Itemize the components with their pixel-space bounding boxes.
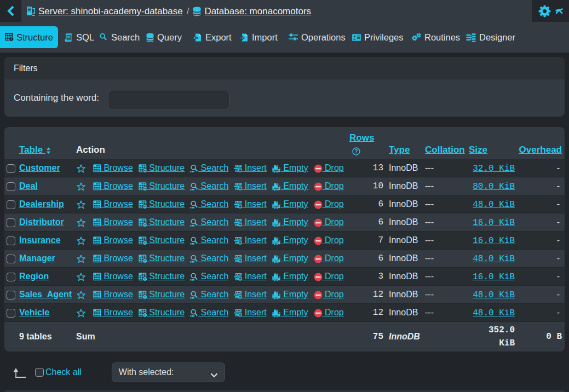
svg-text:?: ? [354,148,358,154]
